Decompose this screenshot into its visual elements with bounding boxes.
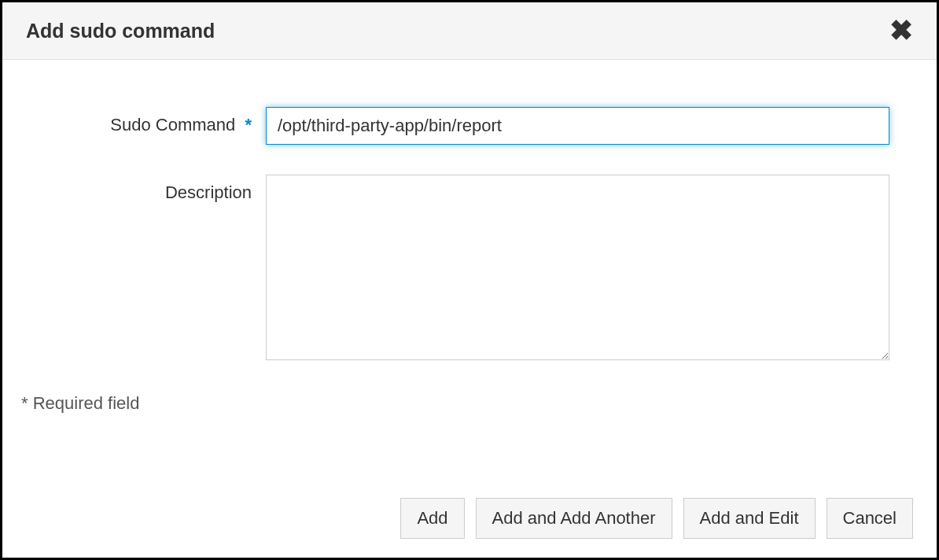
- sudo-command-label-text: Sudo Command: [110, 115, 235, 134]
- dialog-body: Sudo Command * Description * Required fi…: [2, 60, 937, 482]
- add-sudo-command-dialog: Add sudo command ✖ Sudo Command * Descri…: [0, 0, 939, 560]
- add-and-add-another-button[interactable]: Add and Add Another: [476, 498, 672, 539]
- sudo-command-input[interactable]: [266, 107, 889, 145]
- dialog-title: Add sudo command: [26, 20, 215, 42]
- cancel-button[interactable]: Cancel: [827, 498, 913, 539]
- required-indicator: *: [245, 115, 252, 134]
- sudo-command-control: [266, 107, 889, 145]
- description-textarea[interactable]: [266, 175, 889, 360]
- dialog-header: Add sudo command ✖: [2, 2, 937, 60]
- required-field-note: * Required field: [21, 393, 913, 414]
- close-icon[interactable]: ✖: [889, 17, 913, 45]
- description-control: [266, 175, 889, 363]
- sudo-command-row: Sudo Command *: [26, 107, 913, 145]
- description-label: Description: [26, 175, 266, 203]
- add-and-edit-button[interactable]: Add and Edit: [683, 498, 816, 539]
- dialog-footer: Add Add and Add Another Add and Edit Can…: [2, 482, 937, 558]
- sudo-command-label: Sudo Command *: [26, 107, 266, 135]
- add-button[interactable]: Add: [400, 498, 464, 539]
- description-row: Description: [26, 175, 913, 363]
